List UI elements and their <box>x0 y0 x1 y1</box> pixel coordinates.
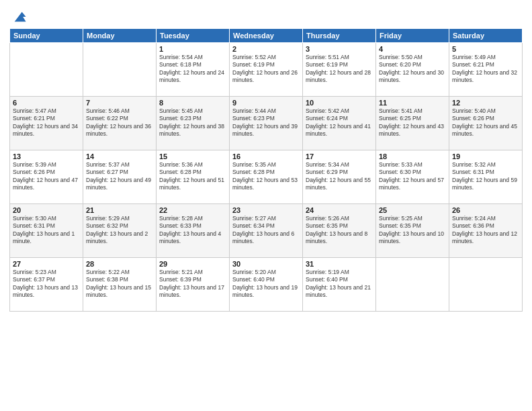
day-info: Sunrise: 5:51 AM Sunset: 6:19 PM Dayligh… <box>306 54 373 85</box>
calendar-cell: 6Sunrise: 5:47 AM Sunset: 6:21 PM Daylig… <box>10 97 83 150</box>
day-number: 28 <box>86 260 153 268</box>
calendar-cell: 24Sunrise: 5:26 AM Sunset: 6:35 PM Dayli… <box>303 204 376 258</box>
day-info: Sunrise: 5:19 AM Sunset: 6:40 PM Dayligh… <box>306 269 373 300</box>
day-info: Sunrise: 5:46 AM Sunset: 6:22 PM Dayligh… <box>86 107 153 138</box>
calendar-cell: 7Sunrise: 5:46 AM Sunset: 6:22 PM Daylig… <box>83 97 157 150</box>
calendar-week-row: 1Sunrise: 5:54 AM Sunset: 6:18 PM Daylig… <box>10 43 523 97</box>
calendar-day-header: Monday <box>83 29 157 43</box>
calendar-week-row: 6Sunrise: 5:47 AM Sunset: 6:21 PM Daylig… <box>10 97 523 150</box>
day-info: Sunrise: 5:25 AM Sunset: 6:35 PM Dayligh… <box>379 215 446 246</box>
day-number: 4 <box>379 45 446 53</box>
calendar-cell: 12Sunrise: 5:40 AM Sunset: 6:26 PM Dayli… <box>449 97 523 150</box>
day-info: Sunrise: 5:42 AM Sunset: 6:24 PM Dayligh… <box>306 107 373 138</box>
calendar-cell: 26Sunrise: 5:24 AM Sunset: 6:36 PM Dayli… <box>449 204 523 258</box>
page: SundayMondayTuesdayWednesdayThursdayFrid… <box>0 0 532 411</box>
day-number: 9 <box>232 99 300 107</box>
day-number: 18 <box>379 152 446 161</box>
day-info: Sunrise: 5:23 AM Sunset: 6:37 PM Dayligh… <box>13 269 80 300</box>
day-info: Sunrise: 5:27 AM Sunset: 6:34 PM Dayligh… <box>232 215 300 246</box>
calendar-cell: 22Sunrise: 5:28 AM Sunset: 6:33 PM Dayli… <box>157 204 230 258</box>
day-info: Sunrise: 5:34 AM Sunset: 6:29 PM Dayligh… <box>306 161 373 192</box>
day-number: 29 <box>159 260 226 268</box>
calendar-cell: 27Sunrise: 5:23 AM Sunset: 6:37 PM Dayli… <box>10 258 83 312</box>
day-info: Sunrise: 5:54 AM Sunset: 6:18 PM Dayligh… <box>159 54 226 85</box>
day-number: 26 <box>452 206 519 214</box>
day-info: Sunrise: 5:22 AM Sunset: 6:38 PM Dayligh… <box>86 269 153 300</box>
calendar-cell: 28Sunrise: 5:22 AM Sunset: 6:38 PM Dayli… <box>83 258 157 312</box>
calendar-day-header: Tuesday <box>157 29 230 43</box>
day-info: Sunrise: 5:29 AM Sunset: 6:32 PM Dayligh… <box>86 215 153 246</box>
calendar-cell: 30Sunrise: 5:20 AM Sunset: 6:40 PM Dayli… <box>230 258 303 312</box>
calendar-cell: 2Sunrise: 5:52 AM Sunset: 6:19 PM Daylig… <box>230 43 303 97</box>
day-info: Sunrise: 5:24 AM Sunset: 6:36 PM Dayligh… <box>452 215 519 246</box>
day-info: Sunrise: 5:32 AM Sunset: 6:31 PM Dayligh… <box>452 161 519 192</box>
calendar-cell: 19Sunrise: 5:32 AM Sunset: 6:31 PM Dayli… <box>449 150 523 204</box>
calendar-table: SundayMondayTuesdayWednesdayThursdayFrid… <box>9 28 523 312</box>
logo <box>9 9 27 24</box>
calendar-cell: 10Sunrise: 5:42 AM Sunset: 6:24 PM Dayli… <box>303 97 376 150</box>
calendar-cell: 18Sunrise: 5:33 AM Sunset: 6:30 PM Dayli… <box>376 150 449 204</box>
day-number: 15 <box>159 152 226 161</box>
calendar-cell: 15Sunrise: 5:36 AM Sunset: 6:28 PM Dayli… <box>157 150 230 204</box>
calendar-cell: 23Sunrise: 5:27 AM Sunset: 6:34 PM Dayli… <box>230 204 303 258</box>
day-number: 5 <box>452 45 519 53</box>
day-number: 23 <box>232 206 300 214</box>
calendar-week-row: 27Sunrise: 5:23 AM Sunset: 6:37 PM Dayli… <box>10 258 523 312</box>
day-number: 10 <box>306 99 373 107</box>
calendar-cell: 21Sunrise: 5:29 AM Sunset: 6:32 PM Dayli… <box>83 204 157 258</box>
calendar-day-header: Friday <box>376 29 449 43</box>
day-number: 7 <box>86 99 153 107</box>
calendar-cell: 4Sunrise: 5:50 AM Sunset: 6:20 PM Daylig… <box>376 43 449 97</box>
day-info: Sunrise: 5:28 AM Sunset: 6:33 PM Dayligh… <box>159 215 226 246</box>
calendar-cell: 8Sunrise: 5:45 AM Sunset: 6:23 PM Daylig… <box>157 97 230 150</box>
day-info: Sunrise: 5:26 AM Sunset: 6:35 PM Dayligh… <box>306 215 373 246</box>
calendar-cell: 16Sunrise: 5:35 AM Sunset: 6:28 PM Dayli… <box>230 150 303 204</box>
day-info: Sunrise: 5:39 AM Sunset: 6:26 PM Dayligh… <box>13 161 80 192</box>
day-info: Sunrise: 5:45 AM Sunset: 6:23 PM Dayligh… <box>159 107 226 138</box>
day-info: Sunrise: 5:40 AM Sunset: 6:26 PM Dayligh… <box>452 107 519 138</box>
calendar-cell: 29Sunrise: 5:21 AM Sunset: 6:39 PM Dayli… <box>157 258 230 312</box>
day-number: 24 <box>306 206 373 214</box>
calendar-week-row: 13Sunrise: 5:39 AM Sunset: 6:26 PM Dayli… <box>10 150 523 204</box>
day-number: 19 <box>452 152 519 161</box>
day-number: 31 <box>306 260 373 268</box>
day-number: 14 <box>86 152 153 161</box>
day-number: 21 <box>86 206 153 214</box>
day-number: 27 <box>13 260 80 268</box>
calendar-cell <box>83 43 157 97</box>
day-info: Sunrise: 5:50 AM Sunset: 6:20 PM Dayligh… <box>379 54 446 85</box>
calendar-cell <box>449 258 523 312</box>
day-number: 1 <box>159 45 226 53</box>
day-info: Sunrise: 5:20 AM Sunset: 6:40 PM Dayligh… <box>232 269 300 300</box>
day-info: Sunrise: 5:52 AM Sunset: 6:19 PM Dayligh… <box>232 54 300 85</box>
header <box>9 7 523 24</box>
day-info: Sunrise: 5:49 AM Sunset: 6:21 PM Dayligh… <box>452 54 519 85</box>
calendar-cell: 13Sunrise: 5:39 AM Sunset: 6:26 PM Dayli… <box>10 150 83 204</box>
day-number: 12 <box>452 99 519 107</box>
calendar-cell: 25Sunrise: 5:25 AM Sunset: 6:35 PM Dayli… <box>376 204 449 258</box>
calendar-cell: 14Sunrise: 5:37 AM Sunset: 6:27 PM Dayli… <box>83 150 157 204</box>
day-number: 3 <box>306 45 373 53</box>
calendar-cell: 17Sunrise: 5:34 AM Sunset: 6:29 PM Dayli… <box>303 150 376 204</box>
day-number: 22 <box>159 206 226 214</box>
day-number: 17 <box>306 152 373 161</box>
day-info: Sunrise: 5:47 AM Sunset: 6:21 PM Dayligh… <box>13 107 80 138</box>
day-info: Sunrise: 5:44 AM Sunset: 6:23 PM Dayligh… <box>232 107 300 138</box>
calendar-day-header: Saturday <box>449 29 523 43</box>
calendar-week-row: 20Sunrise: 5:30 AM Sunset: 6:31 PM Dayli… <box>10 204 523 258</box>
day-number: 6 <box>13 99 80 107</box>
calendar-cell: 5Sunrise: 5:49 AM Sunset: 6:21 PM Daylig… <box>449 43 523 97</box>
calendar-cell: 11Sunrise: 5:41 AM Sunset: 6:25 PM Dayli… <box>376 97 449 150</box>
calendar-day-header: Wednesday <box>230 29 303 43</box>
logo-icon <box>12 9 27 24</box>
day-number: 25 <box>379 206 446 214</box>
day-info: Sunrise: 5:30 AM Sunset: 6:31 PM Dayligh… <box>13 215 80 246</box>
calendar-header-row: SundayMondayTuesdayWednesdayThursdayFrid… <box>10 29 523 43</box>
day-info: Sunrise: 5:21 AM Sunset: 6:39 PM Dayligh… <box>159 269 226 300</box>
calendar-cell <box>376 258 449 312</box>
calendar-cell: 31Sunrise: 5:19 AM Sunset: 6:40 PM Dayli… <box>303 258 376 312</box>
day-number: 20 <box>13 206 80 214</box>
calendar-cell: 1Sunrise: 5:54 AM Sunset: 6:18 PM Daylig… <box>157 43 230 97</box>
day-number: 30 <box>232 260 300 268</box>
day-info: Sunrise: 5:41 AM Sunset: 6:25 PM Dayligh… <box>379 107 446 138</box>
